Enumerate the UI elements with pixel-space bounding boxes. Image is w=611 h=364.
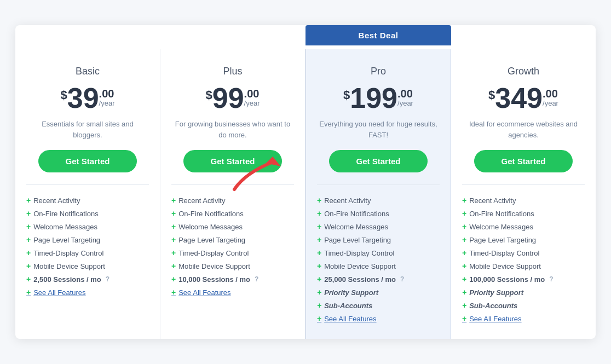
feature-text: Priority Support [324, 288, 378, 297]
plan-name: Plus [171, 66, 294, 77]
feature-item: + Mobile Device Support [462, 259, 585, 273]
plan-growth: Growth $ 349 .00 /year Ideal for ecommer… [451, 49, 596, 339]
feature-text: Timed-Display Control [33, 249, 103, 257]
feature-item: + Page Level Targeting [171, 233, 294, 246]
plus-icon: + [171, 288, 176, 297]
plan-pro: Best Deal Pro $ 199 .00 /year Everything… [306, 49, 451, 339]
plan-basic: Basic $ 39 .00 /year Essentials for smal… [15, 49, 160, 339]
feature-item: + Page Level Targeting [26, 233, 149, 246]
feature-text: Mobile Device Support [324, 262, 396, 270]
feature-item: + 100,000 Sessions / mo? [462, 273, 585, 286]
plus-icon: + [462, 249, 466, 257]
plus-icon: + [462, 262, 466, 270]
feature-item: + Welcome Messages [171, 220, 294, 233]
plus-icon: + [317, 288, 321, 297]
plan-description: Everything you need for huge results, FA… [317, 119, 440, 140]
plus-icon: + [462, 314, 466, 323]
price-block: $ 349 .00 /year [462, 84, 585, 112]
feature-item: + 25,000 Sessions / mo? [317, 273, 440, 286]
price-block: $ 199 .00 /year [317, 84, 440, 112]
plan-description: Ideal for ecommerce websites and agencie… [462, 119, 585, 140]
feature-text: Recent Activity [324, 197, 371, 205]
plus-icon: + [171, 275, 176, 284]
feature-text: Recent Activity [33, 197, 80, 205]
get-started-button[interactable]: Get Started [183, 150, 281, 172]
price-cents: .00 [543, 88, 558, 99]
feature-text: Welcome Messages [324, 223, 388, 231]
features-list: + Recent Activity + On-Fire Notification… [462, 194, 585, 325]
price-period: /year [397, 99, 413, 107]
plan-plus: Plus $ 99 .00 /year For growing business… [160, 49, 306, 339]
plus-icon: + [462, 196, 466, 205]
feature-text: 25,000 Sessions / mo [324, 275, 396, 284]
features-list: + Recent Activity + On-Fire Notification… [26, 194, 149, 299]
feature-item: + Timed-Display Control [171, 246, 294, 259]
price-period: /year [543, 99, 558, 107]
feature-item: + Welcome Messages [317, 220, 440, 233]
plus-icon: + [317, 249, 321, 257]
price-dollar: $ [488, 88, 495, 102]
feature-item: + Mobile Device Support [26, 259, 149, 273]
feature-text: On-Fire Notifications [33, 210, 98, 218]
feature-text: Mobile Device Support [178, 262, 250, 270]
feature-text: Timed-Display Control [178, 249, 249, 257]
plus-icon: + [317, 301, 321, 310]
feature-item[interactable]: + See All Features [171, 286, 294, 299]
plus-icon: + [317, 262, 321, 270]
feature-item: + Timed-Display Control [317, 246, 440, 259]
price-block: $ 99 .00 /year [171, 84, 294, 112]
get-started-button[interactable]: Get Started [38, 150, 136, 172]
info-icon: ? [549, 275, 553, 283]
feature-text: Welcome Messages [178, 223, 243, 231]
feature-item[interactable]: + See All Features [462, 312, 585, 325]
plus-icon: + [26, 196, 31, 205]
feature-item[interactable]: + See All Features [317, 312, 440, 325]
feature-text: Page Level Targeting [324, 236, 391, 244]
price-amount: 99 [212, 84, 244, 112]
feature-item: + 10,000 Sessions / mo? [171, 273, 294, 286]
feature-text: On-Fire Notifications [469, 210, 534, 218]
feature-item: + Recent Activity [171, 194, 294, 207]
feature-text: Sub-Accounts [469, 302, 517, 310]
feature-text: See All Features [33, 288, 85, 297]
price-cents: .00 [397, 88, 413, 99]
feature-text: On-Fire Notifications [324, 210, 389, 218]
plus-icon: + [26, 262, 31, 270]
plus-icon: + [317, 314, 321, 323]
plans-container: Basic $ 39 .00 /year Essentials for smal… [15, 49, 596, 339]
get-started-button[interactable]: Get Started [474, 150, 572, 172]
feature-text: Mobile Device Support [469, 262, 541, 270]
info-icon: ? [255, 275, 258, 283]
price-cents-year: .00 /year [244, 88, 260, 107]
features-list: + Recent Activity + On-Fire Notification… [317, 194, 440, 325]
plus-icon: + [462, 235, 466, 244]
feature-item[interactable]: + See All Features [26, 286, 149, 299]
price-amount: 349 [495, 84, 543, 112]
feature-text: Timed-Display Control [469, 249, 539, 257]
plus-icon: + [171, 249, 176, 257]
feature-item: + Mobile Device Support [317, 259, 440, 273]
feature-item: + Recent Activity [26, 194, 149, 207]
plus-icon: + [462, 288, 466, 297]
feature-text: Recent Activity [178, 197, 225, 205]
get-started-button[interactable]: Get Started [329, 150, 427, 172]
feature-text: Page Level Targeting [178, 236, 245, 244]
feature-text: Welcome Messages [469, 223, 533, 231]
plan-name: Basic [26, 66, 149, 77]
features-divider [26, 184, 149, 185]
feature-text: Page Level Targeting [469, 236, 536, 244]
plus-icon: + [26, 209, 31, 218]
feature-item: + Page Level Targeting [462, 233, 585, 246]
price-cents-year: .00 /year [543, 88, 558, 107]
feature-item: + 2,500 Sessions / mo? [26, 273, 149, 286]
plans-outer: Basic $ 39 .00 /year Essentials for smal… [15, 25, 596, 339]
feature-text: 2,500 Sessions / mo [33, 275, 101, 284]
feature-item: + Priority Support [317, 286, 440, 299]
features-list: + Recent Activity + On-Fire Notification… [171, 194, 294, 299]
price-cents-year: .00 /year [397, 88, 413, 107]
plus-icon: + [317, 235, 321, 244]
plus-icon: + [171, 235, 176, 244]
feature-item: + Timed-Display Control [462, 246, 585, 259]
plan-description: Essentials for small sites and bloggers. [26, 119, 149, 140]
plus-icon: + [26, 235, 31, 244]
